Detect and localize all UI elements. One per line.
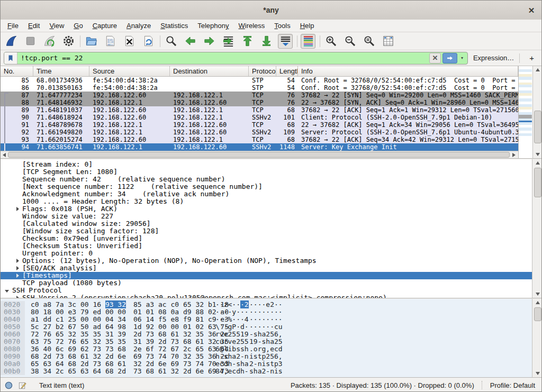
- detail-line[interactable]: Urgent pointer: 0: [1, 250, 532, 257]
- bytes[interactable]: 63 75 72 76 65 32 35 35: [31, 338, 126, 345]
- bytes[interactable]: 01 01 08 0a d9 88 02 a0: [133, 308, 229, 316]
- expand-icon[interactable]: [16, 266, 19, 270]
- hex-group-2[interactable]: 1d 92 00 00 01 02 63 75: [133, 323, 229, 331]
- expression-button[interactable]: Expression…: [473, 54, 514, 62]
- file-reload-button[interactable]: [141, 34, 156, 49]
- column-header-destination[interactable]: Destination: [170, 66, 249, 76]
- packet-row-87[interactable]: 8771.647777234192.168.122.60192.168.122.…: [1, 92, 518, 99]
- detail-line[interactable]: [Checksum Status: Unverified]: [1, 242, 532, 250]
- selected-bytes[interactable]: ·2: [240, 300, 249, 308]
- hex-group-2[interactable]: 31 39 2d 73 68 61 32 35: [133, 338, 229, 345]
- ascii-group-2[interactable]: sha2-nis: [249, 368, 283, 375]
- file-save-button[interactable]: 010101100011: [103, 34, 118, 49]
- ascii-group-2[interactable]: .org,ecd: [249, 345, 283, 353]
- bytes[interactable]: sha2-nis: [249, 367, 283, 375]
- title-bar[interactable]: *any ✕: [1, 1, 541, 20]
- detail-line[interactable]: 1000 .... = Header Length: 32 bytes (8): [1, 198, 532, 205]
- ascii-group-1[interactable]: rve25519: [215, 331, 249, 338]
- go-first-button[interactable]: [240, 34, 255, 49]
- menu-go[interactable]: Go: [69, 20, 87, 31]
- column-header-time[interactable]: Time: [33, 66, 89, 76]
- packet-row-88[interactable]: 8871.648146932192.168.122.1192.168.122.6…: [1, 99, 518, 106]
- scroll-left-icon[interactable]: [1, 151, 8, 158]
- scroll-up-icon[interactable]: [533, 66, 542, 74]
- file-close-button[interactable]: [122, 34, 137, 49]
- packet-row-86[interactable]: 8670.013850163fe:54:00:d4:38:2aSTP54Conf…: [1, 84, 518, 92]
- filter-dropdown-icon[interactable]: ▾: [458, 53, 466, 63]
- hex-group-2[interactable]: 06 14 f5 e8 f9 81 c9 e3: [133, 316, 229, 323]
- bytes[interactable]: ········: [249, 315, 283, 323]
- hex-group-2[interactable]: 2d 73 68 61 32 35 36 2c: [133, 331, 229, 338]
- wireshark-start-button[interactable]: [4, 34, 19, 49]
- go-forward-button[interactable]: [202, 34, 216, 49]
- detail-line[interactable]: Sequence number: 42 (relative sequence n…: [1, 176, 532, 183]
- zoom-original-button[interactable]: [362, 34, 376, 49]
- go-to-packet-button[interactable]: [221, 34, 236, 49]
- hex-group-1[interactable]: 5c 27 b2 67 50 ad 64 98: [31, 323, 126, 331]
- ascii-group-1[interactable]: ecdh-sha: [215, 360, 249, 368]
- bytes[interactable]: 38 34 2c 65 63 64 68 2d: [31, 367, 126, 375]
- bytes[interactable]: 68 2d 73 68 61 32 2d 6e: [31, 352, 126, 360]
- menu-edit[interactable]: Edit: [23, 20, 44, 31]
- scroll-up-icon[interactable]: [532, 159, 542, 167]
- hex-row-0090[interactable]: 009068 2d 73 68 61 32 2d 6e69 73 74 70 3…: [1, 353, 532, 360]
- ascii-group-2[interactable]: istp256,: [249, 353, 283, 360]
- bytes[interactable]: 1d 92 00 00 01 02 63 75: [133, 323, 229, 331]
- filter-bookmark-icon[interactable]: [4, 52, 17, 64]
- detail-line[interactable]: [Window size scaling factor: 128]: [1, 227, 532, 235]
- capture-options-button[interactable]: [61, 34, 76, 49]
- filter-apply-icon[interactable]: [442, 53, 457, 63]
- detail-line[interactable]: [Timestamps]: [1, 272, 532, 279]
- hex-group-2[interactable]: 69 73 74 70 32 35 36 2c: [133, 353, 229, 360]
- hex-group-1[interactable]: 38 34 2c 65 63 64 68 2d: [31, 368, 126, 375]
- detail-line[interactable]: Acknowledgment number: 34 (relative ack …: [1, 190, 532, 198]
- detail-line[interactable]: TCP payload (1080 bytes): [1, 279, 532, 287]
- ascii-group-1[interactable]: \'·gP·d·: [215, 323, 249, 331]
- detail-line[interactable]: [TCP Segment Len: 1080]: [1, 168, 532, 176]
- bytes[interactable]: ecdh-sha: [215, 360, 249, 368]
- capture-stop-button[interactable]: [23, 34, 38, 49]
- ascii-group-2[interactable]: ····e2··: [249, 301, 283, 308]
- colorize-button[interactable]: [301, 34, 315, 49]
- menu-view[interactable]: View: [44, 20, 69, 31]
- filter-clear-icon[interactable]: ✕: [429, 53, 441, 63]
- bytes[interactable]: -sha256,: [249, 330, 283, 338]
- scroll-right-icon[interactable]: [510, 151, 518, 158]
- bytes[interactable]: 80 18 00 e3 79 ed 00 00: [31, 308, 126, 316]
- bytes[interactable]: 19-sha25: [249, 338, 283, 345]
- column-header-no[interactable]: No.: [1, 66, 33, 76]
- hex-group-2[interactable]: 73 68 61 32 2d 6e 69 73: [133, 368, 229, 375]
- zoom-in-button[interactable]: [323, 34, 338, 49]
- bytes[interactable]: ······cu: [249, 323, 283, 331]
- expand-icon[interactable]: [16, 207, 19, 211]
- go-back-button[interactable]: [183, 34, 197, 49]
- bytes[interactable]: ····e2··: [249, 300, 283, 308]
- expert-info-icon[interactable]: [5, 381, 13, 389]
- bytes[interactable]: curve255: [215, 338, 249, 345]
- packet-row-94[interactable]: 9471.663856741192.168.122.1192.168.122.6…: [1, 143, 518, 151]
- scroll-down-icon[interactable]: [532, 370, 542, 377]
- hex-group-2[interactable]: 32 2d 6e 69 73 74 70 33: [133, 360, 229, 368]
- hscrollbar-thumb[interactable]: [8, 152, 510, 158]
- detail-line[interactable]: [Calculated window size: 29056]: [1, 220, 532, 227]
- ascii-group-1[interactable]: h-sha2-n: [215, 353, 249, 360]
- bytes[interactable]: 73 68 61 32 2d 6e 69 73: [133, 367, 229, 375]
- bytes[interactable]: ··z<··: [215, 300, 240, 308]
- capture-restart-button[interactable]: [42, 34, 57, 49]
- hex-group-1[interactable]: 68 2d 73 68 61 32 2d 6e: [31, 353, 126, 360]
- ascii-group-2[interactable]: 2-nistp3: [249, 360, 283, 368]
- hex-row-00a0[interactable]: 00a065 63 64 68 2d 73 68 6132 2d 6e 69 7…: [1, 360, 532, 368]
- detail-line[interactable]: [Stream index: 0]: [1, 161, 532, 168]
- hex-group-1[interactable]: a1 dd c1 25 00 00 04 34: [31, 316, 126, 323]
- file-open-button[interactable]: [84, 34, 98, 49]
- detail-line[interactable]: SSH Version 2 (encryption:chacha20-poly1…: [1, 294, 532, 298]
- bytes[interactable]: ····y···: [215, 308, 249, 316]
- column-header-length[interactable]: Length: [276, 66, 298, 76]
- hex-row-0050[interactable]: 00505c 27 b2 67 50 ad 64 981d 92 00 00 0…: [1, 323, 532, 331]
- column-header-source[interactable]: Source: [89, 66, 170, 76]
- hex-group-2[interactable]: 85 a3 ac c0 65 32 b1 18: [133, 301, 229, 308]
- ascii-group-1[interactable]: ···%···4: [215, 316, 249, 323]
- hex-group-1[interactable]: c0 a8 7a 3c 00 16 93 32: [31, 301, 126, 308]
- bytes[interactable]: 85 a3 ac c0 65 32 b1 18: [133, 300, 229, 308]
- hex-row-00b0[interactable]: 00b038 34 2c 65 63 64 68 2d73 68 61 32 2…: [1, 368, 532, 375]
